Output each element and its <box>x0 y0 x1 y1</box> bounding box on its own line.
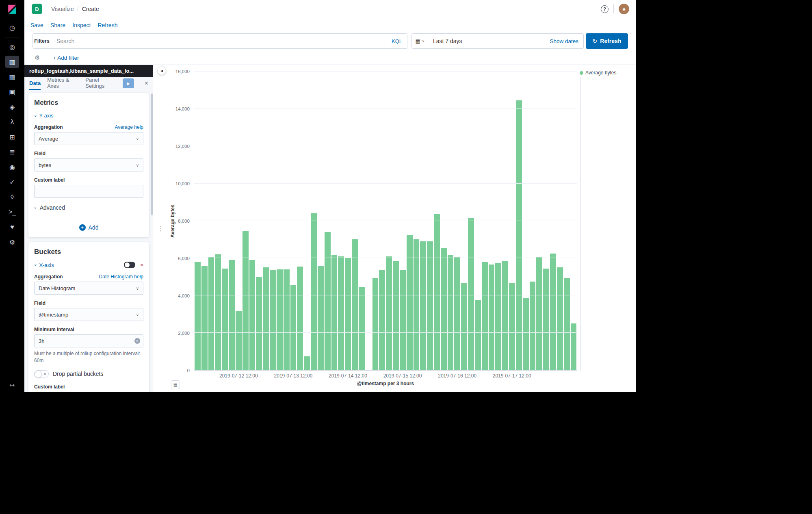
bar[interactable] <box>557 267 563 370</box>
bar[interactable] <box>277 269 283 370</box>
bar[interactable] <box>461 283 467 370</box>
bar[interactable] <box>434 214 440 370</box>
editor-scrollbar[interactable] <box>151 93 153 215</box>
search-input[interactable] <box>51 34 392 48</box>
bar[interactable] <box>229 260 235 370</box>
add-metric-button[interactable]: + Add <box>79 224 99 231</box>
bar[interactable] <box>379 270 385 370</box>
inspect-button[interactable]: Inspect <box>72 22 91 28</box>
bar[interactable] <box>318 266 324 370</box>
bar[interactable] <box>236 311 242 370</box>
bar[interactable] <box>243 231 249 370</box>
stack-monitoring-icon[interactable]: ♥ <box>5 221 19 233</box>
bar[interactable] <box>208 257 214 370</box>
bar[interactable] <box>201 266 208 370</box>
save-button[interactable]: Save <box>30 22 43 28</box>
refresh-link[interactable]: Refresh <box>97 22 117 28</box>
bar[interactable] <box>571 323 577 370</box>
dev-tools-icon[interactable]: >_ <box>5 206 19 218</box>
clear-input-icon[interactable]: × <box>134 338 140 344</box>
editor-scroll-area[interactable]: Metrics ∨ Y-axis Aggregation Average hel… <box>24 90 153 392</box>
custom-label-input[interactable] <box>34 185 143 198</box>
bar[interactable] <box>338 256 344 370</box>
remove-bucket-icon[interactable]: × <box>140 262 143 268</box>
help-icon[interactable]: ? <box>601 5 608 13</box>
bar[interactable] <box>502 261 508 370</box>
bar[interactable] <box>393 261 399 370</box>
toggle-legend-button[interactable]: ≣ <box>171 380 180 389</box>
apm-icon[interactable]: ◉ <box>5 161 19 173</box>
bucket-aggregation-select[interactable]: Date Histogram ∨ <box>34 282 143 295</box>
share-button[interactable]: Share <box>50 22 65 28</box>
bar[interactable] <box>325 232 331 370</box>
bar[interactable] <box>454 257 460 370</box>
management-icon[interactable]: ⚙ <box>5 236 19 248</box>
bar[interactable] <box>359 287 365 370</box>
bar[interactable] <box>516 100 522 370</box>
collapse-editor-button[interactable]: ◀ <box>158 67 166 75</box>
bar[interactable] <box>468 218 474 370</box>
bar[interactable] <box>441 248 447 370</box>
breadcrumb-visualize[interactable]: Visualize <box>51 6 74 12</box>
discover-icon[interactable]: ◎ <box>5 41 19 53</box>
bar[interactable] <box>543 269 549 370</box>
bar[interactable] <box>345 258 351 370</box>
bar[interactable] <box>475 300 481 370</box>
visualize-icon[interactable]: ▥ <box>5 56 19 68</box>
siem-icon[interactable]: ◊ <box>5 191 19 203</box>
bar[interactable] <box>215 254 221 370</box>
field-select[interactable]: bytes ∨ <box>34 158 143 171</box>
show-dates-button[interactable]: Show dates <box>550 38 578 44</box>
bar[interactable] <box>400 270 406 370</box>
bar[interactable] <box>263 267 269 370</box>
legend-item[interactable]: Average bytes <box>580 70 617 76</box>
bar[interactable] <box>297 267 303 370</box>
bar[interactable] <box>550 254 556 370</box>
canvas-icon[interactable]: ▣ <box>5 86 19 98</box>
bar[interactable] <box>407 235 413 370</box>
bucket-field-select[interactable]: @timestamp ∨ <box>34 308 143 321</box>
bar[interactable] <box>331 255 338 370</box>
bar[interactable] <box>536 257 542 370</box>
bar[interactable] <box>222 269 228 370</box>
apply-changes-button[interactable]: ▶ <box>123 78 134 88</box>
date-picker-button[interactable]: ▦ ∨ <box>411 33 429 49</box>
infrastructure-icon[interactable]: ⊞ <box>5 131 19 143</box>
bar[interactable] <box>372 278 379 370</box>
date-histogram-help-link[interactable]: Date Histogram help <box>99 274 143 280</box>
advanced-toggle[interactable]: › Advanced <box>34 204 143 211</box>
bar[interactable] <box>495 263 501 370</box>
x-axis-toggle[interactable]: ∨ X-axis <box>34 262 54 268</box>
bar[interactable] <box>352 239 358 370</box>
discard-changes-icon[interactable]: × <box>145 80 148 87</box>
date-range-control[interactable]: Last 7 days Show dates <box>428 33 584 49</box>
dashboard-icon[interactable]: ▦ <box>5 71 19 83</box>
maps-icon[interactable]: ◈ <box>5 101 19 113</box>
aggregation-select[interactable]: Average ∨ <box>34 132 143 145</box>
uptime-icon[interactable]: ✓ <box>5 176 19 188</box>
tab-metrics-axes[interactable]: Metrics & Axes <box>47 77 79 90</box>
bar[interactable] <box>420 241 426 370</box>
logs-icon[interactable]: ≣ <box>5 146 19 158</box>
bar[interactable] <box>249 260 256 370</box>
drop-partial-buckets-switch[interactable] <box>34 370 49 377</box>
filters-button[interactable]: Filters <box>32 33 51 49</box>
bar[interactable] <box>482 262 488 370</box>
add-filter-button[interactable]: + Add filter <box>53 55 79 61</box>
bar[interactable] <box>448 255 454 370</box>
kibana-logo[interactable] <box>0 0 24 19</box>
bar[interactable] <box>304 356 310 370</box>
y-axis-toggle[interactable]: ∨ Y-axis <box>34 113 54 119</box>
bucket-enable-switch[interactable] <box>124 262 135 268</box>
bar[interactable] <box>427 241 433 370</box>
tab-panel-settings[interactable]: Panel Settings <box>85 77 116 90</box>
bar[interactable] <box>414 239 420 370</box>
kql-switch[interactable]: KQL <box>392 38 402 44</box>
minimum-interval-input[interactable] <box>34 334 143 347</box>
bar[interactable] <box>564 278 570 370</box>
bar[interactable] <box>256 277 262 370</box>
machine-learning-icon[interactable]: λ <box>5 116 19 128</box>
recently-viewed-icon[interactable]: ◷ <box>5 22 19 34</box>
refresh-button[interactable]: ↻ Refresh <box>586 33 628 49</box>
avatar[interactable]: e <box>619 4 629 14</box>
